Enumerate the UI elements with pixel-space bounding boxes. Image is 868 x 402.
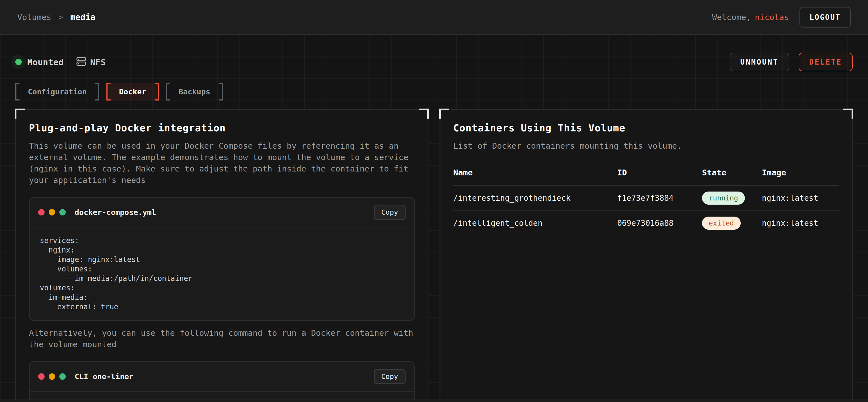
containers-panel-subtitle: List of Docker containers mounting this … bbox=[453, 140, 839, 152]
copy-cli-button[interactable]: Copy bbox=[374, 369, 406, 384]
server-icon bbox=[76, 56, 86, 68]
column-header-name: Name bbox=[453, 168, 617, 177]
breadcrumb-volumes-link[interactable]: Volumes bbox=[17, 12, 51, 22]
container-id: 069e73016a88 bbox=[617, 219, 702, 228]
table-row: /intelligent_colden069e73016a88exitedngi… bbox=[453, 211, 839, 235]
cli-code-block: CLI one-liner Copy docker run -v im-medi… bbox=[29, 361, 415, 402]
compose-filename: docker-compose.yml bbox=[75, 208, 156, 216]
volume-actions: UNMOUNT DELETE bbox=[730, 53, 853, 71]
window-dots bbox=[38, 209, 66, 215]
panels-container: Plug-and-play Docker integration This vo… bbox=[15, 109, 853, 392]
window-dots bbox=[38, 373, 66, 380]
green-dot-icon bbox=[59, 209, 66, 215]
bracket-right-decoration bbox=[219, 83, 223, 100]
bracket-right-decoration bbox=[95, 83, 99, 100]
bottom-section-edge bbox=[0, 400, 868, 402]
tab-label: Backups bbox=[170, 83, 219, 100]
corner-bracket-icon bbox=[419, 108, 429, 119]
volume-type: NFS bbox=[76, 56, 106, 68]
column-header-image: Image bbox=[762, 168, 839, 177]
bracket-right-decoration bbox=[155, 83, 159, 100]
compose-code-header: docker-compose.yml Copy bbox=[30, 198, 414, 228]
cli-filename: CLI one-liner bbox=[75, 372, 133, 381]
welcome-text: Welcome,nicolas bbox=[712, 12, 789, 22]
containers-panel: Containers Using This Volume List of Doc… bbox=[440, 109, 853, 402]
volume-status-row: Mounted NFS UNMOUNT DELETE bbox=[15, 35, 853, 71]
corner-bracket-icon bbox=[15, 108, 25, 119]
containers-panel-title: Containers Using This Volume bbox=[453, 123, 839, 134]
red-dot-icon bbox=[38, 373, 44, 380]
top-bar: Volumes > media Welcome,nicolas LOGOUT bbox=[0, 0, 868, 35]
container-name: /intelligent_colden bbox=[453, 219, 617, 228]
state-badge: exited bbox=[702, 216, 740, 230]
container-name: /interesting_grothendieck bbox=[453, 194, 617, 203]
corner-bracket-icon bbox=[843, 108, 853, 119]
main-content: Mounted NFS UNMOUNT DELETE Configuration bbox=[0, 35, 868, 402]
green-dot-icon bbox=[59, 373, 66, 380]
breadcrumb-current-volume: media bbox=[70, 12, 95, 22]
logout-button[interactable]: LOGOUT bbox=[800, 7, 851, 28]
column-header-state: State bbox=[702, 168, 762, 177]
mount-status-label: Mounted bbox=[27, 57, 64, 67]
tab-configuration[interactable]: Configuration bbox=[15, 83, 99, 100]
tab-label: Docker bbox=[111, 83, 155, 100]
welcome-prefix: Welcome, bbox=[712, 12, 751, 22]
containers-table: Name ID State Image /interesting_grothen… bbox=[453, 168, 839, 235]
docker-panel-title: Plug-and-play Docker integration bbox=[29, 123, 415, 134]
yellow-dot-icon bbox=[49, 373, 55, 380]
tab-docker[interactable]: Docker bbox=[106, 83, 159, 100]
column-header-id: ID bbox=[617, 168, 702, 177]
container-image: nginx:latest bbox=[762, 219, 839, 228]
docker-integration-panel: Plug-and-play Docker integration This vo… bbox=[15, 109, 428, 402]
container-id: f1e73e7f3884 bbox=[617, 194, 702, 203]
state-badge: running bbox=[702, 192, 745, 205]
yellow-dot-icon bbox=[49, 209, 55, 215]
compose-code-block: docker-compose.yml Copy services: nginx:… bbox=[29, 197, 415, 321]
table-row: /interesting_grothendieckf1e73e7f3884run… bbox=[453, 186, 839, 211]
container-state-cell: exited bbox=[702, 216, 762, 230]
bracket-left-decoration bbox=[15, 83, 20, 100]
container-state-cell: running bbox=[702, 192, 762, 205]
top-bar-right: Welcome,nicolas LOGOUT bbox=[712, 7, 851, 28]
mounted-status-dot-icon bbox=[15, 59, 22, 65]
corner-bracket-icon bbox=[439, 108, 449, 119]
containers-table-header: Name ID State Image bbox=[453, 168, 839, 186]
tab-backups[interactable]: Backups bbox=[166, 83, 223, 100]
copy-compose-button[interactable]: Copy bbox=[374, 205, 406, 220]
breadcrumb-separator-icon: > bbox=[59, 13, 63, 22]
cli-code-header: CLI one-liner Copy bbox=[30, 362, 414, 392]
compose-code: services: nginx: image: nginx:latest vol… bbox=[30, 228, 414, 320]
volume-type-label: NFS bbox=[90, 57, 106, 67]
breadcrumb: Volumes > media bbox=[17, 12, 96, 22]
delete-button[interactable]: DELETE bbox=[799, 53, 853, 71]
containers-table-body: /interesting_grothendieckf1e73e7f3884run… bbox=[453, 186, 839, 235]
red-dot-icon bbox=[38, 209, 44, 215]
bracket-left-decoration bbox=[106, 83, 111, 100]
tab-label: Configuration bbox=[20, 83, 95, 100]
bracket-left-decoration bbox=[166, 83, 170, 100]
username: nicolas bbox=[755, 12, 789, 22]
container-image: nginx:latest bbox=[762, 194, 839, 203]
docker-panel-description: This volume can be used in your Docker C… bbox=[29, 140, 415, 186]
unmount-button[interactable]: UNMOUNT bbox=[730, 53, 789, 71]
cli-intro-text: Alternatively, you can use the following… bbox=[29, 327, 415, 350]
tab-bar: Configuration Docker Backups bbox=[15, 83, 853, 100]
